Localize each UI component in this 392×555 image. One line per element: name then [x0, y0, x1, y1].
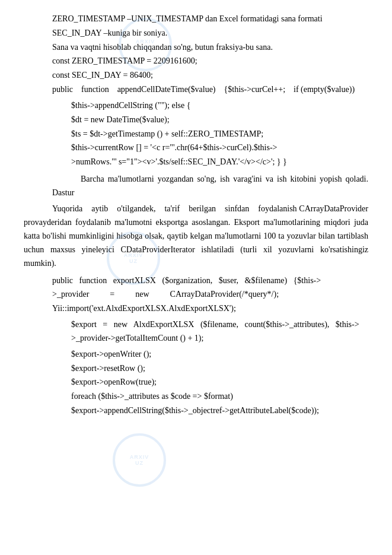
- line-11: Barcha ma'lumotlarni yozgandan so'ng, is…: [24, 172, 368, 199]
- line-9: $ts = $dt->getTimestamp () + self::ZERO_…: [24, 127, 368, 141]
- line-8: $dt = new DateTime($value);: [24, 113, 368, 127]
- line-18: foreach ($this->_attributes as $code => …: [24, 389, 368, 404]
- line-17: $export->openRow(true);: [24, 375, 368, 389]
- line-10: $this->currentRow [] = '<c r="'.chr(64+$…: [24, 141, 368, 168]
- line-1: ZERO_TIMESTAMP –UNIX_TIMESTAMP dan Excel…: [24, 12, 368, 26]
- line-19: $export->appendCellString($this->_object…: [24, 404, 368, 418]
- line-15: $export->openWriter ();: [24, 347, 368, 361]
- line-2: SEC_IN_DAY –kuniga bir soniya.: [24, 26, 368, 40]
- line-16: $export->resetRow ();: [24, 361, 368, 376]
- line-5: const SEC_IN_DAY = 86400;: [24, 68, 368, 83]
- content-area: ZERO_TIMESTAMP –UNIX_TIMESTAMP dan Excel…: [24, 12, 368, 418]
- page-container: ARXIV UZ ARXIV UZ ARXIV UZ ZERO_TIMESTAM…: [0, 0, 392, 555]
- line-4: const ZERO_TIMESTAMP = 2209161600;: [24, 54, 368, 68]
- line-6: public function appendCellDateTime($valu…: [24, 83, 368, 96]
- line-3: Sana va vaqtni hisoblab chiqqandan so'ng…: [24, 40, 368, 55]
- line-12: Yuqorida aytib o'tilgandek, ta'rif beril…: [24, 202, 368, 270]
- line-13: public function exportXLSX ($organizatio…: [24, 274, 368, 315]
- line-7: $this->appendCellString (""); else {: [24, 99, 368, 113]
- line-14: $export = new AlxdExportXLSX ($filename,…: [24, 318, 368, 345]
- watermark-3: ARXIV UZ: [113, 433, 166, 487]
